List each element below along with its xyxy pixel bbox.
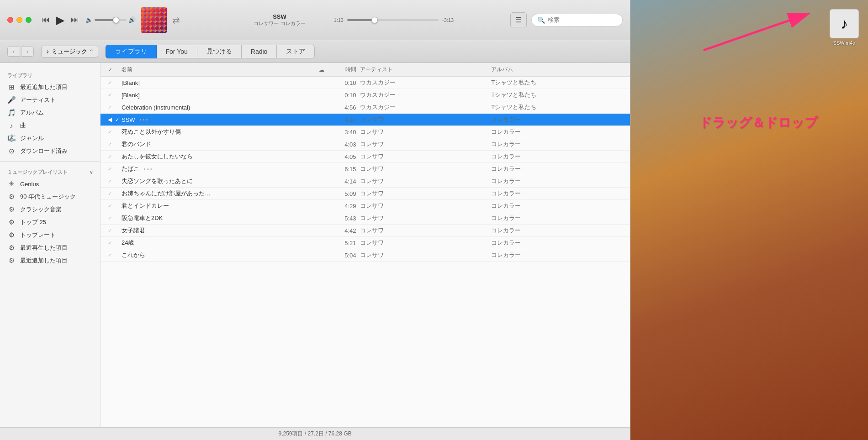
next-button[interactable]: ⏭: [70, 14, 80, 26]
smart-playlist-icon-6: ⚙: [7, 257, 16, 265]
nav-forward-button[interactable]: ›: [21, 47, 34, 57]
track-checkbox[interactable]: ✓: [108, 105, 122, 110]
track-list: ✓ 名前 ☁ 時間 アーティスト アルバム ✓ [Blank] 0:10 ウカス…: [101, 63, 630, 427]
sidebar-item-genius[interactable]: ✳ Genius: [0, 178, 100, 190]
header-artist[interactable]: アーティスト: [360, 66, 492, 73]
table-row[interactable]: ✓ お姉ちゃんにだけ部屋があった… 5:09 コレサワ コレカラー: [101, 188, 630, 200]
table-row[interactable]: ✓ Celebration (Instrumental) 4:56 ウカスカジー…: [101, 101, 630, 114]
progress-track[interactable]: [347, 19, 439, 21]
header-album[interactable]: アルバム: [491, 66, 623, 73]
source-label: ミュージック: [52, 47, 87, 56]
track-time: 4:56: [333, 104, 360, 111]
track-checkbox[interactable]: ✓: [108, 141, 122, 147]
sidebar-item-recent-added[interactable]: ⊞ 最近追加した項目: [0, 81, 100, 94]
tab-radio[interactable]: Radio: [242, 45, 277, 58]
progress-thumb[interactable]: [371, 17, 378, 23]
more-options-icon[interactable]: • • •: [144, 166, 152, 172]
table-row[interactable]: ✓ 失恋ソングを歌ったあとに 4:14 コレサワ コレカラー: [101, 175, 630, 188]
track-time: 4:03: [333, 141, 360, 148]
track-checkbox[interactable]: ✓: [108, 129, 122, 135]
table-row[interactable]: ✓ 女子諸君 4:42 コレサワ コレカラー: [101, 225, 630, 237]
list-view-button[interactable]: ☰: [510, 12, 527, 27]
track-time: 0:10: [333, 79, 360, 86]
track-time: 4:05: [333, 153, 360, 160]
track-checkbox[interactable]: ✓: [108, 191, 122, 197]
track-name: [Blank]: [122, 92, 319, 99]
shuffle-icon[interactable]: ⇄: [172, 15, 180, 26]
sidebar-item-recent-add2[interactable]: ⚙ 最近追加した項目: [0, 254, 100, 267]
sidebar-item-toprate[interactable]: ⚙ トップレート: [0, 229, 100, 241]
sidebar-label-recent-add2: 最近追加した項目: [20, 257, 68, 265]
sidebar-item-genres[interactable]: 🎼 ジャンル: [0, 132, 100, 145]
sidebar: ライブラリ ⊞ 最近追加した項目 🎤 アーティスト 🎵 アルバム ♪ 曲 🎼 ジ…: [0, 63, 101, 427]
sidebar-item-artists[interactable]: 🎤 アーティスト: [0, 94, 100, 106]
track-time: 6:15: [333, 166, 360, 173]
more-options-icon[interactable]: • • •: [140, 117, 148, 122]
volume-slider[interactable]: 🔈 🔊: [85, 16, 136, 23]
track-checkbox[interactable]: ✓: [108, 154, 122, 160]
track-checkbox[interactable]: ✓: [108, 166, 122, 172]
sidebar-label-genius: Genius: [20, 181, 39, 188]
maximize-button[interactable]: [26, 17, 32, 23]
sidebar-label-classic: クラシック音楽: [20, 205, 62, 214]
volume-track[interactable]: [95, 19, 127, 21]
track-checkbox[interactable]: ✓: [108, 215, 122, 221]
track-checkbox[interactable]: ◀ ✓: [108, 116, 122, 123]
sidebar-item-90s[interactable]: ⚙ 90 年代ミュージック: [0, 190, 100, 203]
content-area: ライブラリ ⊞ 最近追加した項目 🎤 アーティスト 🎵 アルバム ♪ 曲 🎼 ジ…: [0, 63, 630, 427]
table-row[interactable]: ✓ 24歳 5:21 コレサワ コレカラー: [101, 237, 630, 249]
tab-discover[interactable]: 見つける: [197, 45, 242, 58]
header-check: ✓: [108, 67, 122, 73]
tab-foryou[interactable]: For You: [157, 45, 197, 58]
table-row[interactable]: ✓ たばこ • • • 6:15 コレサワ コレカラー: [101, 163, 630, 175]
nav-back-button[interactable]: ‹: [7, 47, 20, 57]
volume-thumb[interactable]: [113, 17, 119, 23]
header-name[interactable]: 名前: [122, 66, 319, 73]
sidebar-label-artists: アーティスト: [20, 96, 56, 104]
sidebar-item-recent-play[interactable]: ⚙ 最近再生した項目: [0, 241, 100, 254]
track-checkbox[interactable]: ✓: [108, 80, 122, 86]
track-album: コレカラー: [491, 226, 623, 235]
mic-icon: 🎤: [7, 96, 16, 104]
track-checkbox[interactable]: ✓: [108, 92, 122, 98]
sidebar-item-albums[interactable]: 🎵 アルバム: [0, 106, 100, 119]
track-album: コレカラー: [491, 239, 623, 247]
table-row[interactable]: ✓ [Blank] 0:10 ウカスカジー Tシャツと私たち: [101, 77, 630, 89]
tab-store[interactable]: ストア: [277, 45, 315, 58]
track-album: Tシャツと私たち: [491, 91, 623, 99]
sidebar-item-songs[interactable]: ♪ 曲: [0, 119, 100, 132]
table-row[interactable]: ◀ ✓ SSW • • • 4:27 コレサワ コレカラー: [101, 114, 630, 126]
sidebar-item-top25[interactable]: ⚙ トップ 25: [0, 216, 100, 229]
previous-button[interactable]: ⏮: [41, 14, 51, 26]
tab-library[interactable]: ライブラリ: [106, 45, 157, 58]
desktop-file-icon[interactable]: ♪ SSW.m4a: [830, 9, 859, 46]
track-checkbox[interactable]: ✓: [108, 240, 122, 246]
minimize-button[interactable]: [16, 17, 22, 23]
play-button[interactable]: ▶: [55, 13, 65, 27]
track-checkbox[interactable]: ✓: [108, 178, 122, 184]
table-row[interactable]: ✓ 君とインドカレー 4:29 コレサワ コレカラー: [101, 200, 630, 212]
search-input[interactable]: [548, 16, 612, 23]
table-row[interactable]: ✓ これから 5:04 コレサワ コレカラー: [101, 249, 630, 262]
table-row[interactable]: ✓ 死ぬこと以外かすり傷 3:40 コレサワ コレカラー: [101, 126, 630, 138]
sidebar-item-downloads[interactable]: ⊙ ダウンロード済み: [0, 145, 100, 157]
track-artist: コレサワ: [360, 202, 492, 210]
smart-playlist-icon-1: ⚙: [7, 193, 16, 201]
table-row[interactable]: ✓ 阪急電車と2DK 5:43 コレサワ コレカラー: [101, 212, 630, 225]
track-checkbox[interactable]: ✓: [108, 252, 122, 258]
track-checkbox[interactable]: ✓: [108, 228, 122, 234]
sidebar-item-classic[interactable]: ⚙ クラシック音楽: [0, 203, 100, 216]
table-row[interactable]: ✓ あたしを彼女にしたいなら 4:05 コレサワ コレカラー: [101, 151, 630, 163]
header-time[interactable]: 時間: [333, 66, 360, 73]
status-text: 9,259項目 / 27.2日 / 76.28 GB: [278, 430, 351, 438]
progress-elapsed: 1:13: [330, 17, 344, 23]
track-artist: ウカスカジー: [360, 103, 492, 111]
search-box[interactable]: 🔍: [531, 14, 623, 26]
track-checkbox[interactable]: ✓: [108, 203, 122, 209]
close-button[interactable]: [7, 17, 13, 23]
table-row[interactable]: ✓ 君のバンド 4:03 コレサワ コレカラー: [101, 138, 630, 151]
track-artist: コレサワ: [360, 140, 492, 148]
table-row[interactable]: ✓ [Blank] 0:10 ウカスカジー Tシャツと私たち: [101, 89, 630, 101]
music-source-selector[interactable]: ♪ ミュージック ⌃: [41, 46, 98, 58]
track-time: 5:04: [333, 252, 360, 259]
